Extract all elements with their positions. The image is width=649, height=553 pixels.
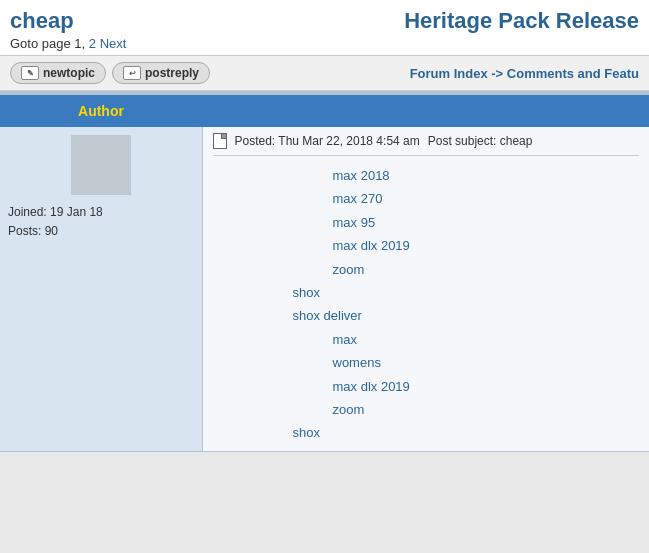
post-table: Author Joined: 19 Jan 18 Posts: 90 Poste… [0,95,649,452]
page-title: Heritage Pack Release [404,8,639,34]
new-topic-icon: ✎ [21,66,39,80]
link-max[interactable]: max [213,328,640,351]
link-max-270[interactable]: max 270 [213,187,640,210]
toolbar: ✎ newtopic ↩ postreply Forum Index -> Co… [0,55,649,91]
goto-label: Goto page [10,36,71,51]
next-link[interactable]: Next [100,36,127,51]
link-shox-1[interactable]: shox [213,281,640,304]
forum-index-link[interactable]: Forum Index [410,66,488,81]
post-reply-label: postreply [145,66,199,80]
table-row: Joined: 19 Jan 18 Posts: 90 Posted: Thu … [0,127,649,451]
pagination: Goto page 1, 2 Next [10,36,126,51]
link-max-dlx-2019-2[interactable]: max dlx 2019 [213,375,640,398]
page-1: 1, [74,36,85,51]
new-topic-label: newtopic [43,66,95,80]
toolbar-buttons: ✎ newtopic ↩ postreply [10,62,210,84]
author-header: Author [0,95,202,127]
link-shox-deliver[interactable]: shox deliver [213,304,640,327]
avatar [71,135,131,195]
link-shox-2[interactable]: shox [213,421,640,444]
page-2-link[interactable]: 2 [89,36,96,51]
new-topic-button[interactable]: ✎ newtopic [10,62,106,84]
header-right: Heritage Pack Release [404,8,639,34]
link-max-95[interactable]: max 95 [213,211,640,234]
author-meta: Joined: 19 Jan 18 Posts: 90 [8,203,194,241]
post-reply-icon: ↩ [123,66,141,80]
link-womens[interactable]: womens [213,351,640,374]
link-zoom-1[interactable]: zoom [213,258,640,281]
post-subject: Post subject: cheap [428,134,533,148]
link-max-2018[interactable]: max 2018 [213,164,640,187]
post-reply-button[interactable]: ↩ postreply [112,62,210,84]
joined-label: Joined: 19 Jan 18 [8,203,194,222]
topic-title: cheap [10,8,126,34]
posts-label: Posts: 90 [8,222,194,241]
post-header: Posted: Thu Mar 22, 2018 4:54 am Post su… [213,133,640,156]
author-cell: Joined: 19 Jan 18 Posts: 90 [0,127,202,451]
link-zoom-2[interactable]: zoom [213,398,640,421]
post-links-container: max 2018 max 270 max 95 max dlx 2019 zoo… [213,164,640,445]
table-header-row: Author [0,95,649,127]
nav-arrow: -> Comments and Featu [491,66,639,81]
content-header [202,95,649,127]
forum-nav: Forum Index -> Comments and Featu [410,66,639,81]
page-header: cheap Goto page 1, 2 Next Heritage Pack … [0,0,649,55]
link-max-dlx-2019-1[interactable]: max dlx 2019 [213,234,640,257]
header-left: cheap Goto page 1, 2 Next [10,8,126,51]
post-doc-icon [213,133,227,149]
post-cell: Posted: Thu Mar 22, 2018 4:54 am Post su… [202,127,649,451]
post-date: Posted: Thu Mar 22, 2018 4:54 am [235,134,420,148]
